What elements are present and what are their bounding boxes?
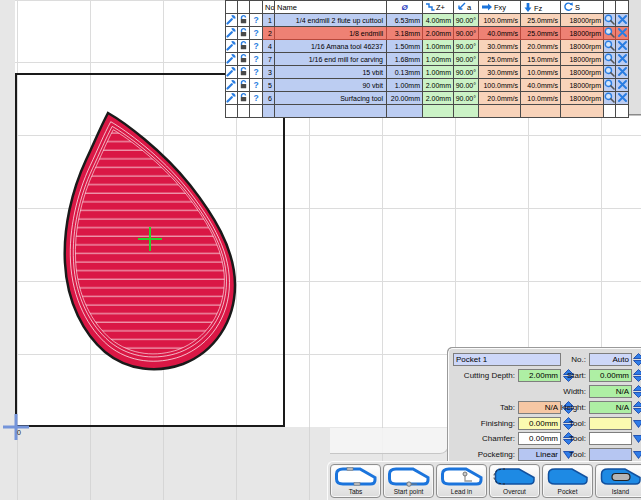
tool-feed-z-cell[interactable]: 25.0mm/s (521, 14, 561, 27)
toolbar-button-tabs[interactable]: Tabs (330, 464, 381, 498)
tool-diameter-cell[interactable]: 6.53mm (387, 14, 423, 27)
tool-angle-cell[interactable]: 90.00° (454, 14, 479, 27)
tool-feed-xy-cell[interactable]: 40.0mm/s (479, 27, 521, 40)
tool-spindle-cell[interactable]: 18000rpm (561, 27, 604, 40)
start-spinner[interactable] (633, 369, 641, 382)
tool-table-row[interactable]: ? 5 90 vbit 1.00mm 2.00mm 90.00° 100.0mm… (226, 79, 629, 92)
tool-table-row[interactable]: ? 4 1/16 Amana tool 46237 1.50mm 1.00mm … (226, 40, 629, 53)
tool-angle-cell[interactable]: 90.00° (454, 27, 479, 40)
tool-settings-button[interactable] (226, 27, 238, 40)
tool-feed-z-cell[interactable]: 20.0mm/s (521, 40, 561, 53)
tool-angle-cell[interactable]: 90.00° (454, 53, 479, 66)
tool-settings-button[interactable] (226, 40, 238, 53)
tool-diameter-cell[interactable]: 1.50mm (387, 40, 423, 53)
start-input[interactable]: 0.00mm (589, 369, 632, 382)
tool-help-button[interactable]: ? (250, 79, 263, 92)
toolbar-button-overcut[interactable]: Overcut (489, 464, 540, 498)
tool-delete-button[interactable] (616, 27, 629, 40)
tool-inspect-button[interactable] (604, 53, 616, 66)
tool-help-button[interactable]: ? (250, 40, 263, 53)
tool-number-cell[interactable]: 3 (263, 66, 275, 79)
tool-finishing-input[interactable] (589, 417, 632, 430)
tool-spindle-cell[interactable]: 18000rpm (561, 66, 604, 79)
toolbar-button-island[interactable]: Island (595, 464, 641, 498)
tool-lock-button[interactable] (238, 40, 250, 53)
tool-angle-cell[interactable]: 90.00° (454, 79, 479, 92)
tool-feed-z-cell[interactable]: 40.0mm/s (521, 79, 561, 92)
tool-name-cell[interactable]: 15 vbit (275, 66, 387, 79)
height-input[interactable]: N/A (589, 401, 632, 414)
tool-delete-button[interactable] (616, 14, 629, 27)
tool-table-row[interactable]: ? 1 1/4 endmill 2 flute up cuttool 6.53m… (226, 14, 629, 27)
tool-number-cell[interactable]: 4 (263, 40, 275, 53)
tool-spindle-cell[interactable]: 18000rpm (561, 14, 604, 27)
tool-inspect-button[interactable] (604, 40, 616, 53)
tool-delete-button[interactable] (616, 53, 629, 66)
tool-settings-button[interactable] (226, 66, 238, 79)
tool-z-step-cell[interactable]: 2.00mm (423, 92, 454, 105)
tool-spindle-cell[interactable]: 18000rpm (561, 92, 604, 105)
number-input[interactable]: Auto (589, 353, 632, 366)
tool-lock-button[interactable] (238, 53, 250, 66)
tool-feed-z-cell[interactable]: 15.0mm/s (521, 53, 561, 66)
width-spinner[interactable] (633, 385, 641, 398)
tool-name-cell[interactable]: 90 vbit (275, 79, 387, 92)
tool-z-step-cell[interactable]: 1.00mm (423, 66, 454, 79)
tool-inspect-button[interactable] (604, 66, 616, 79)
tool-lock-button[interactable] (238, 79, 250, 92)
tool-feed-xy-cell[interactable]: 100.0mm/s (479, 79, 521, 92)
tool-inspect-button[interactable] (604, 14, 616, 27)
tool-diameter-cell[interactable]: 0.13mm (387, 66, 423, 79)
tool-number-cell[interactable]: 2 (263, 27, 275, 40)
tool-feed-z-cell[interactable]: 10.0mm/s (521, 66, 561, 79)
width-input[interactable]: N/A (589, 385, 632, 398)
tool-settings-button[interactable] (226, 53, 238, 66)
tool-angle-cell[interactable]: 90.00° (454, 92, 479, 105)
tool-z-step-cell[interactable]: 2.00mm (423, 27, 454, 40)
tool-diameter-cell[interactable]: 1.00mm (387, 79, 423, 92)
tool-number-cell[interactable]: 5 (263, 79, 275, 92)
tool-lock-button[interactable] (238, 66, 250, 79)
toolbar-button-lead-in[interactable]: Lead in (436, 464, 487, 498)
tool-feed-xy-cell[interactable]: 30.0mm/s (479, 40, 521, 53)
tool-name-cell[interactable]: 1/16 end mill for carving (275, 53, 387, 66)
tool-settings-button[interactable] (226, 79, 238, 92)
tool-spindle-cell[interactable]: 18000rpm (561, 53, 604, 66)
tool-table-row[interactable]: ? 6 Surfacing tool 20.00mm 2.00mm 90.00°… (226, 92, 629, 105)
tool-diameter-cell[interactable]: 3.18mm (387, 27, 423, 40)
tool-delete-button[interactable] (616, 66, 629, 79)
tool-number-cell[interactable]: 1 (263, 14, 275, 27)
tool-delete-button[interactable] (616, 92, 629, 105)
tool-chamfer-input[interactable] (589, 432, 632, 445)
tool-number-cell[interactable]: 7 (263, 53, 275, 66)
tool-feed-z-cell[interactable]: 10.0mm/s (521, 92, 561, 105)
tool-angle-cell[interactable]: 90.00° (454, 66, 479, 79)
tool-chamfer-dropdown-button[interactable] (633, 432, 641, 445)
tool-name-cell[interactable]: Surfacing tool (275, 92, 387, 105)
tool-diameter-cell[interactable]: 1.68mm (387, 53, 423, 66)
tool-pocketing-input[interactable] (589, 448, 632, 461)
tool-inspect-button[interactable] (604, 27, 616, 40)
tool-lock-button[interactable] (238, 27, 250, 40)
tool-help-button[interactable]: ? (250, 14, 263, 27)
tool-z-step-cell[interactable]: 2.00mm (423, 79, 454, 92)
tool-table-row[interactable]: ? 7 1/16 end mill for carving 1.68mm 1.0… (226, 53, 629, 66)
tool-help-button[interactable]: ? (250, 53, 263, 66)
tool-spindle-cell[interactable]: 18000rpm (561, 79, 604, 92)
tool-table-row[interactable]: ? 2 1/8 endmill 3.18mm 2.00mm 90.00° 40.… (226, 27, 629, 40)
tool-help-button[interactable]: ? (250, 27, 263, 40)
tool-spindle-cell[interactable]: 18000rpm (561, 40, 604, 53)
height-spinner[interactable] (633, 401, 641, 414)
tool-delete-button[interactable] (616, 79, 629, 92)
tool-feed-xy-cell[interactable]: 30.0mm/s (479, 66, 521, 79)
tool-finishing-dropdown-button[interactable] (633, 417, 641, 430)
tool-table-row[interactable]: ? 3 15 vbit 0.13mm 1.00mm 90.00° 30.0mm/… (226, 66, 629, 79)
tool-z-step-cell[interactable]: 4.00mm (423, 14, 454, 27)
tool-z-step-cell[interactable]: 1.00mm (423, 40, 454, 53)
tool-lock-button[interactable] (238, 92, 250, 105)
tool-feed-xy-cell[interactable]: 20.0mm/s (479, 92, 521, 105)
tool-angle-cell[interactable]: 90.00° (454, 40, 479, 53)
tool-help-button[interactable]: ? (250, 66, 263, 79)
tool-z-step-cell[interactable]: 1.00mm (423, 53, 454, 66)
tool-pocketing-dropdown-button[interactable] (633, 448, 641, 461)
